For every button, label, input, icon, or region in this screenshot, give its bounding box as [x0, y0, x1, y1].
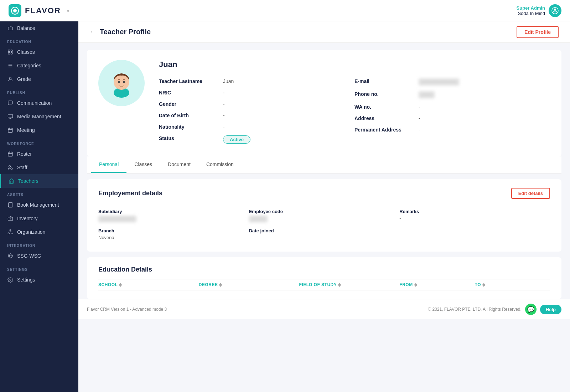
categories-icon — [7, 62, 14, 69]
avatar-container — [98, 60, 145, 146]
meeting-icon — [7, 127, 14, 133]
tab-personal[interactable]: Personal — [91, 156, 126, 173]
from-sort-icon — [414, 283, 417, 287]
sidebar-label-roster: Roster — [17, 151, 32, 157]
sidebar-section-settings: SETTINGS — [0, 263, 78, 273]
to-sort-icon — [482, 283, 485, 287]
tabs-bar: Personal Classes Document Commission — [87, 156, 561, 174]
field-nationality: Nationality - — [159, 121, 354, 133]
sidebar-item-media-management[interactable]: Media Management — [0, 110, 78, 123]
page-header-left: ← Teacher Profile — [90, 28, 151, 36]
label-date-joined: Date joined — [249, 228, 400, 233]
inventory-icon — [7, 215, 14, 222]
col-school[interactable]: SCHOOL — [98, 282, 199, 287]
school-sort-icon — [119, 283, 122, 287]
col-degree[interactable]: DEGREE — [199, 282, 299, 287]
logo-text: FLAVOR — [25, 6, 61, 15]
field-email: E-mail •••••••••••••••••••• — [354, 76, 550, 88]
settings-icon — [7, 277, 14, 283]
sidebar-item-roster[interactable]: Roster — [0, 147, 78, 161]
classes-icon — [7, 49, 14, 55]
sidebar-item-balance[interactable]: Balance — [0, 21, 78, 35]
col-to[interactable]: TO — [475, 282, 550, 287]
col-from[interactable]: FROM — [399, 282, 475, 287]
field-dob: Date of Birth - — [159, 110, 354, 121]
svg-rect-12 — [8, 152, 12, 156]
sidebar-item-staff[interactable]: Staff — [0, 161, 78, 174]
footer-right: © 2021, FLAVOR PTE. LTD. All Rights Rese… — [428, 304, 561, 315]
field-gender: Gender - — [159, 98, 354, 110]
field-date-joined: Date joined - — [249, 225, 400, 243]
label-remarks: Remarks — [399, 209, 550, 214]
value-date-joined: - — [249, 235, 400, 240]
sidebar-item-organization[interactable]: Organization — [0, 225, 78, 239]
sidebar-item-book-management[interactable]: Book Management — [0, 198, 78, 212]
tab-classes[interactable]: Classes — [126, 156, 160, 173]
sidebar-item-ssg-wsg[interactable]: SSG-WSG — [0, 249, 78, 263]
svg-rect-8 — [11, 52, 12, 54]
user-name: Soda In Mind — [517, 11, 545, 16]
value-permanent-address: - — [419, 127, 420, 133]
svg-rect-7 — [8, 52, 10, 54]
label-wa: WA no. — [354, 104, 419, 110]
sidebar-item-settings[interactable]: Settings — [0, 273, 78, 287]
label-dob: Date of Birth — [159, 113, 223, 118]
collapse-icon[interactable]: « — [67, 8, 69, 14]
profile-info: Juan Teacher Lastname Juan NRIC - Gender — [159, 60, 550, 146]
footer-version: Flavor CRM Version 1 - Advanced mode 3 — [87, 307, 167, 312]
grade-icon — [7, 76, 14, 82]
sidebar-item-classes[interactable]: Classes — [0, 45, 78, 59]
tab-document[interactable]: Document — [160, 156, 198, 173]
sidebar: Balance EDUCATION Classes Categories Gra… — [0, 21, 78, 392]
sidebar-item-categories[interactable]: Categories — [0, 59, 78, 72]
education-table-header: SCHOOL DEGREE FIELD OF STUDY — [98, 279, 550, 290]
user-role: Super Admin — [517, 5, 545, 11]
user-details: Super Admin Soda In Mind — [517, 5, 545, 16]
sidebar-section-education: EDUCATION — [0, 35, 78, 45]
value-wa: - — [419, 104, 420, 110]
sidebar-label-book-management: Book Management — [17, 202, 59, 208]
employment-title: Employement details — [98, 190, 162, 197]
tab-commission[interactable]: Commission — [198, 156, 242, 173]
profile-fields-right: E-mail •••••••••••••••••••• Phone no. ••… — [354, 76, 550, 146]
logo-area: FLAVOR « — [9, 4, 69, 17]
help-button[interactable]: Help — [540, 305, 561, 314]
col-field-of-study-label: FIELD OF STUDY — [299, 282, 337, 287]
whatsapp-icon[interactable]: 💬 — [525, 304, 537, 315]
value-remarks: - — [399, 216, 550, 221]
avatar — [98, 60, 145, 106]
edit-profile-button[interactable]: Edit Profile — [517, 26, 559, 38]
label-permanent-address: Permanent Address — [354, 127, 419, 133]
field-nric: NRIC - — [159, 87, 354, 98]
svg-rect-19 — [8, 233, 9, 234]
profile-name: Juan — [159, 60, 550, 69]
svg-point-13 — [9, 165, 10, 167]
field-status: Status Active — [159, 133, 354, 146]
sidebar-label-organization: Organization — [17, 229, 45, 235]
organization-icon — [7, 229, 14, 235]
sidebar-label-ssg-wsg: SSG-WSG — [17, 253, 41, 259]
sidebar-item-communication[interactable]: Communication — [0, 96, 78, 110]
sidebar-label-categories: Categories — [17, 63, 41, 68]
label-branch: Branch — [98, 228, 249, 233]
main-content: ← Teacher Profile Edit Profile — [78, 21, 570, 392]
sidebar-item-inventory[interactable]: Inventory — [0, 212, 78, 225]
sidebar-item-meeting[interactable]: Meeting — [0, 123, 78, 137]
sidebar-item-grade[interactable]: Grade — [0, 72, 78, 86]
field-permanent-address: Permanent Address - — [354, 124, 550, 135]
value-gender: - — [223, 101, 225, 107]
label-employee-code: Employee code — [249, 209, 400, 214]
education-section: Education Details SCHOOL DEGREE — [87, 257, 561, 299]
col-field-of-study[interactable]: FIELD OF STUDY — [299, 282, 400, 287]
teachers-icon — [8, 178, 15, 184]
balance-icon — [7, 25, 14, 31]
employment-header: Employement details Edit details — [98, 188, 550, 199]
value-address: - — [419, 115, 420, 121]
sidebar-label-communication: Communication — [17, 100, 52, 106]
sidebar-item-teachers[interactable]: Teachers — [0, 174, 78, 188]
edit-details-button[interactable]: Edit details — [511, 188, 550, 199]
value-dob: - — [223, 113, 225, 118]
label-gender: Gender — [159, 101, 223, 107]
back-button[interactable]: ← — [90, 28, 96, 36]
sidebar-label-inventory: Inventory — [17, 216, 38, 221]
